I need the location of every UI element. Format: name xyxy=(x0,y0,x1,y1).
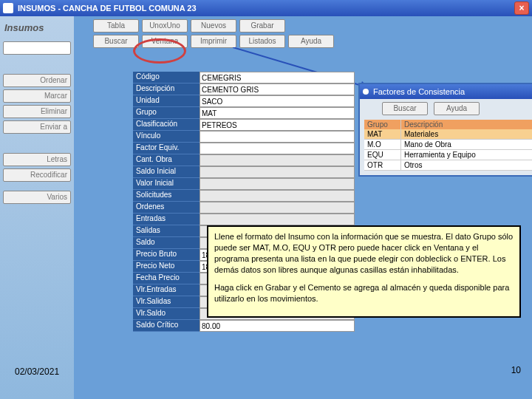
lbl-ordenes: Ordenes xyxy=(133,202,200,214)
unoxuno-button[interactable]: UnoxUno xyxy=(142,19,188,33)
nuevos-button[interactable]: Nuevos xyxy=(191,19,236,33)
sidebar-letras[interactable]: Letras xyxy=(3,153,71,166)
lbl-saldo: Saldo xyxy=(133,237,200,249)
toolbar-row1: Tabla UnoxUno Nuevos Grabar xyxy=(77,19,529,33)
help-p1: Llene el formato del Insumo con la infor… xyxy=(214,231,514,275)
lbl-vsal: Vlr.Salidas xyxy=(133,296,200,308)
lbl-factor: Factor Equiv. xyxy=(133,143,200,154)
grupo-field[interactable] xyxy=(200,107,355,119)
lbl-valorini: Valor Inicial xyxy=(133,178,200,190)
popup-toolbar: Buscar Ayuda xyxy=(360,99,532,118)
app-icon xyxy=(3,3,13,13)
clasificacion-field[interactable] xyxy=(200,119,355,131)
vinculo-field[interactable] xyxy=(200,131,355,143)
sidebar-eliminar[interactable]: Eliminar xyxy=(3,105,71,118)
sidebar-marcar[interactable]: Marcar xyxy=(3,89,71,103)
popup-row-equ[interactable]: EQU Herramienta y Equipo xyxy=(364,150,532,160)
window-title: INSUMOS - CANCHA DE FUTBOL COMUNA 23 xyxy=(18,4,197,13)
popup-icon xyxy=(363,89,369,95)
solicitudes-field xyxy=(200,190,355,202)
popup-h-desc: Descripción xyxy=(401,120,532,129)
lbl-clasificacion: Clasificación xyxy=(133,119,200,131)
slide-number: 10 xyxy=(511,365,521,375)
lbl-entradas: Entradas xyxy=(133,214,200,225)
factor-field[interactable] xyxy=(200,143,355,154)
sidebar-enviar[interactable]: Enviar a xyxy=(3,120,71,134)
popup-ayuda-button[interactable]: Ayuda xyxy=(434,102,480,115)
lbl-vinculo: Vínculo xyxy=(133,131,200,143)
lbl-fprecio: Fecha Precio xyxy=(133,273,200,284)
valorini-field xyxy=(200,178,355,190)
sidebar: Insumos Ordenar Marcar Eliminar Enviar a… xyxy=(0,16,74,399)
popup-header-row: Grupo Descripción xyxy=(364,120,532,129)
main: Insumos Ordenar Marcar Eliminar Enviar a… xyxy=(0,16,532,399)
lbl-vent: Vlr.Entradas xyxy=(133,284,200,296)
popup: Factores de Consistencia × Buscar Ayuda … xyxy=(358,83,532,177)
grabar-button[interactable]: Grabar xyxy=(239,19,285,33)
popup-title-text: Factores de Consistencia xyxy=(373,87,465,96)
cantobra-field xyxy=(200,154,355,166)
popup-row-mo[interactable]: M.O Mano de Obra xyxy=(364,140,532,150)
lbl-salidas: Salidas xyxy=(133,225,200,237)
sidebar-varios[interactable]: Varios xyxy=(3,191,71,204)
lbl-grupo: Grupo xyxy=(133,107,200,119)
form-labels: Código Descripción Unidad Grupo Clasific… xyxy=(133,72,200,332)
close-button[interactable]: × xyxy=(514,1,529,15)
lbl-pbruto: Precio Bruto xyxy=(133,249,200,261)
lbl-solicitudes: Solicitudes xyxy=(133,190,200,202)
titlebar: INSUMOS - CANCHA DE FUTBOL COMUNA 23 × xyxy=(0,0,532,16)
popup-h-grupo: Grupo xyxy=(364,120,401,129)
help-p2: Haga click en Grabar y el Cemento se agr… xyxy=(214,282,514,304)
popup-row-mat[interactable]: MAT Materiales xyxy=(364,129,532,140)
saldoini-field xyxy=(200,166,355,178)
popup-row-otr[interactable]: OTR Otros xyxy=(364,160,532,171)
lbl-pneto: Precio Neto xyxy=(133,261,200,273)
lbl-vsaldo: Vlr.Saldo xyxy=(133,308,200,320)
popup-table: Grupo Descripción MAT Materiales M.O Man… xyxy=(364,120,532,171)
ventana-button[interactable]: Ventana xyxy=(142,35,188,48)
imprimir-button[interactable]: Imprimir xyxy=(191,35,236,48)
sidebar-title: Insumos xyxy=(3,19,71,39)
sidebar-ordenar[interactable]: Ordenar xyxy=(3,74,71,87)
lbl-saldoini: Saldo Inicial xyxy=(133,166,200,178)
scrit-field[interactable] xyxy=(200,320,355,332)
codigo-field[interactable] xyxy=(200,72,355,83)
lbl-codigo: Código xyxy=(133,72,200,83)
entradas-field xyxy=(200,214,355,225)
sidebar-blank[interactable] xyxy=(3,41,71,55)
help-box: Llene el formato del Insumo con la infor… xyxy=(207,225,521,318)
popup-titlebar: Factores de Consistencia × xyxy=(360,84,532,99)
listados-button[interactable]: Listados xyxy=(239,35,285,48)
descripcion-field[interactable] xyxy=(200,83,355,95)
ordenes-field xyxy=(200,202,355,214)
lbl-scrit: Saldo Crítico xyxy=(133,320,200,332)
toolbar-row2: Buscar Ventana Imprimir Listados Ayuda xyxy=(77,35,529,48)
popup-buscar-button[interactable]: Buscar xyxy=(382,102,428,115)
lbl-unidad: Unidad xyxy=(133,95,200,107)
date-label: 02/03/2021 xyxy=(15,366,59,377)
buscar-button[interactable]: Buscar xyxy=(93,35,139,48)
lbl-cantobra: Cant. Obra xyxy=(133,154,200,166)
unidad-field[interactable] xyxy=(200,95,355,107)
sidebar-recodificar[interactable]: Recodificar xyxy=(3,168,71,182)
ayuda-button[interactable]: Ayuda xyxy=(288,35,334,48)
tabla-button[interactable]: Tabla xyxy=(93,19,139,33)
content: Tabla UnoxUno Nuevos Grabar Buscar Venta… xyxy=(74,16,532,399)
lbl-descripcion: Descripción xyxy=(133,83,200,95)
